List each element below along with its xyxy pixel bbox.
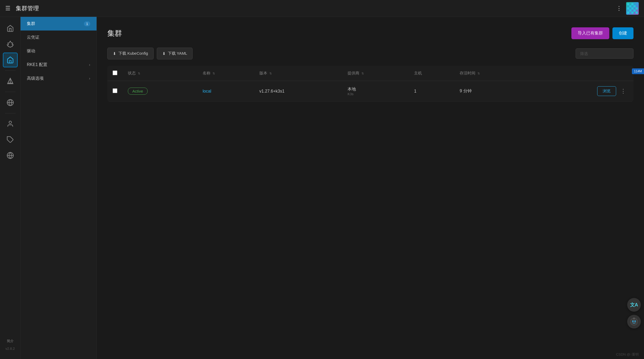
topbar-right: ⋮ bbox=[616, 2, 639, 15]
sidebar-icon-home[interactable] bbox=[3, 21, 18, 36]
sidebar-divider-2 bbox=[5, 92, 16, 92]
svg-rect-2 bbox=[629, 5, 631, 7]
version-label: v2.8.2 bbox=[6, 347, 15, 355]
csdn-watermark: CSDN @↑重明 bbox=[616, 352, 639, 357]
translate-button[interactable]: 文A bbox=[627, 298, 641, 312]
floating-badge: 114M bbox=[632, 68, 644, 74]
sidebar-item-label: 高级选项 bbox=[27, 76, 44, 81]
row-uptime: 9 分钟 bbox=[454, 81, 531, 102]
sidebar-icon-puzzle[interactable] bbox=[3, 132, 18, 147]
create-cluster-button[interactable]: 创建 bbox=[612, 27, 633, 39]
svg-rect-7 bbox=[629, 9, 631, 12]
sidebar-icon-network[interactable] bbox=[3, 95, 18, 110]
svg-point-25 bbox=[635, 321, 636, 322]
main-layout: 简介 v2.8.2 集群 1 云凭证 驱动 RKE1 配置 › 高级选项 › 集… bbox=[0, 17, 644, 359]
sidebar-icon-helm[interactable] bbox=[3, 37, 18, 52]
download-yaml-icon: ⬇ bbox=[162, 51, 166, 56]
sidebar-item-rke1[interactable]: RKE1 配置 › bbox=[21, 58, 97, 72]
sort-provider-icon: ⇅ bbox=[361, 72, 364, 75]
sidebar-icons: 简介 v2.8.2 bbox=[0, 17, 21, 359]
menu-icon[interactable]: ☰ bbox=[5, 5, 11, 12]
page-header: 集群 导入已有集群 创建 bbox=[107, 27, 633, 39]
sidebar-item-label: 云凭证 bbox=[27, 35, 39, 40]
status-badge: Active bbox=[128, 88, 148, 95]
row-more-button[interactable]: ⋮ bbox=[618, 87, 628, 96]
svg-point-24 bbox=[632, 321, 633, 322]
sidebar-secondary: 集群 1 云凭证 驱动 RKE1 配置 › 高级选项 › bbox=[21, 17, 97, 359]
toolbar-left: ⬇ 下载 KubeConfig ⬇ 下载 YAML bbox=[107, 48, 193, 59]
download-icon: ⬇ bbox=[113, 51, 116, 56]
svg-rect-0 bbox=[627, 3, 629, 5]
svg-rect-3 bbox=[633, 5, 636, 7]
sidebar-item-cloud-creds[interactable]: 云凭证 bbox=[21, 31, 97, 44]
sort-version-icon: ⇅ bbox=[269, 72, 272, 75]
row-actions: 浏览 ⋮ bbox=[536, 86, 628, 96]
sidebar-item-label: 驱动 bbox=[27, 48, 35, 54]
svg-point-27 bbox=[633, 318, 634, 318]
provider-sub: K3s bbox=[348, 92, 404, 96]
main-content: 集群 导入已有集群 创建 ⬇ 下载 KubeConfig ⬇ 下载 YAML bbox=[97, 17, 644, 359]
filter-input[interactable] bbox=[576, 48, 633, 59]
download-kubeconfig-button[interactable]: ⬇ 下载 KubeConfig bbox=[107, 48, 154, 59]
svg-rect-6 bbox=[636, 7, 638, 9]
col-uptime[interactable]: 存活时间 ⇅ bbox=[454, 66, 531, 81]
sidebar-icon-user[interactable] bbox=[3, 117, 18, 131]
avatar[interactable] bbox=[626, 2, 639, 15]
svg-rect-5 bbox=[631, 7, 633, 9]
svg-point-23 bbox=[631, 319, 637, 324]
advanced-chevron-icon: › bbox=[89, 76, 90, 80]
svg-rect-10 bbox=[631, 12, 633, 14]
sidebar-icon-sail[interactable] bbox=[3, 74, 18, 89]
sidebar-icon-cluster[interactable] bbox=[3, 53, 18, 67]
col-provider[interactable]: 提供商 ⇅ bbox=[342, 66, 409, 81]
download-yaml-label: 下载 YAML bbox=[168, 51, 187, 56]
import-cluster-button[interactable]: 导入已有集群 bbox=[571, 27, 609, 39]
select-all-checkbox[interactable] bbox=[113, 70, 117, 75]
sort-name-icon: ⇅ bbox=[213, 72, 215, 75]
row-version: v1.27.6+k3s1 bbox=[254, 81, 343, 102]
sidebar-item-label: 集群 bbox=[27, 21, 35, 27]
translate-icon: 文A bbox=[630, 302, 638, 308]
col-status[interactable]: 状态 ⇅ bbox=[123, 66, 197, 81]
sidebar-item-label: RKE1 配置 bbox=[27, 62, 47, 68]
topbar: ☰ 集群管理 ⋮ bbox=[0, 0, 644, 17]
sidebar-divider-1 bbox=[5, 70, 16, 71]
cluster-name-link[interactable]: local bbox=[203, 89, 211, 93]
bot-button[interactable] bbox=[627, 315, 641, 328]
sort-status-icon: ⇅ bbox=[138, 72, 140, 75]
download-yaml-button[interactable]: ⬇ 下载 YAML bbox=[157, 48, 193, 59]
cluster-table: 状态 ⇅ 名称 ⇅ 版本 ⇅ 提供商 ⇅ bbox=[107, 66, 633, 102]
svg-rect-11 bbox=[636, 12, 638, 14]
svg-rect-4 bbox=[627, 7, 629, 9]
provider-name: 本地 bbox=[348, 87, 404, 92]
table-row: Active local v1.27.6+k3s1 本地 K3s 1 9 分钟 bbox=[107, 81, 633, 102]
sidebar-divider-3 bbox=[5, 113, 16, 113]
page-heading: 集群管理 bbox=[16, 4, 616, 12]
col-hosts: 主机 bbox=[409, 66, 454, 81]
sidebar-item-drivers[interactable]: 驱动 bbox=[21, 44, 97, 58]
svg-point-18 bbox=[9, 121, 11, 124]
browse-button[interactable]: 浏览 bbox=[597, 86, 616, 96]
rke1-chevron-icon: › bbox=[89, 63, 90, 67]
page-header-actions: 导入已有集群 创建 bbox=[571, 27, 633, 39]
svg-rect-1 bbox=[631, 3, 633, 5]
svg-rect-9 bbox=[627, 12, 629, 14]
intro-label[interactable]: 简介 bbox=[7, 339, 14, 346]
page-title: 集群 bbox=[107, 28, 122, 38]
clusters-badge: 1 bbox=[84, 21, 90, 26]
col-version[interactable]: 版本 ⇅ bbox=[254, 66, 343, 81]
row-hosts: 1 bbox=[409, 81, 454, 102]
svg-rect-12 bbox=[9, 60, 11, 63]
sidebar-icon-globe[interactable] bbox=[3, 148, 18, 163]
download-kubeconfig-label: 下载 KubeConfig bbox=[118, 51, 148, 56]
toolbar-row: ⬇ 下载 KubeConfig ⬇ 下载 YAML bbox=[107, 48, 633, 59]
sidebar-item-advanced[interactable]: 高级选项 › bbox=[21, 72, 97, 85]
row-provider: 本地 K3s bbox=[342, 81, 409, 102]
col-name[interactable]: 名称 ⇅ bbox=[197, 66, 254, 81]
row-status: Active bbox=[123, 81, 197, 102]
row-checkbox[interactable] bbox=[113, 88, 117, 93]
svg-rect-8 bbox=[633, 9, 636, 12]
topbar-more-icon[interactable]: ⋮ bbox=[616, 5, 622, 12]
sort-uptime-icon: ⇅ bbox=[477, 72, 480, 75]
sidebar-item-clusters[interactable]: 集群 1 bbox=[21, 17, 97, 31]
